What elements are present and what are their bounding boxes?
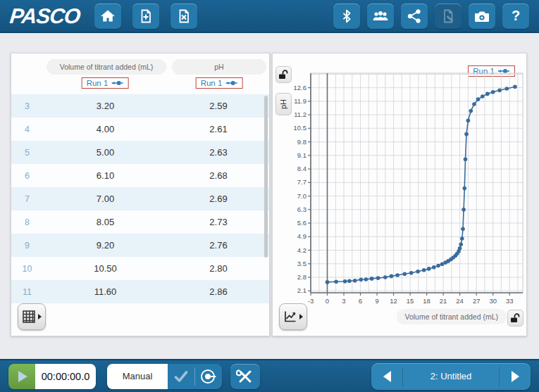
toolbar-right-group: ?: [326, 4, 529, 29]
keep-sample-button[interactable]: [195, 364, 222, 389]
record-group: 00:00:00.0: [8, 364, 96, 389]
table-row[interactable]: 88.052.73: [11, 210, 269, 234]
svg-text:4.9: 4.9: [297, 232, 306, 240]
sparkvue-app-window: PASCO: [0, 0, 539, 392]
close-file-button[interactable]: [171, 4, 197, 29]
journal-edit-button[interactable]: [435, 4, 461, 29]
table-scrollbar[interactable]: [264, 96, 268, 258]
svg-text:6: 6: [359, 297, 362, 305]
row-index: 3: [11, 101, 43, 111]
ph-cell: 2.59: [168, 101, 269, 111]
ph-cell: 2.63: [168, 147, 269, 158]
run-label: Run 1: [87, 79, 109, 87]
row-index: 4: [11, 125, 43, 134]
bluetooth-button[interactable]: [333, 4, 360, 29]
expand-triangle-icon: [38, 314, 42, 320]
timer-display: 00:00:00.0: [35, 364, 96, 389]
svg-text:24: 24: [456, 297, 464, 305]
svg-text:7.7: 7.7: [297, 178, 306, 186]
share-button[interactable]: [401, 4, 428, 29]
volume-cell: 10.50: [43, 263, 168, 274]
svg-text:9.8: 9.8: [297, 138, 306, 146]
column-header-ph[interactable]: pH: [172, 59, 266, 75]
ph-cell: 2.68: [168, 170, 269, 181]
row-index: 7: [11, 194, 43, 204]
svg-text:9.1: 9.1: [297, 151, 306, 159]
left-arrow-icon: [383, 371, 391, 382]
column-header-volume[interactable]: Volume of titrant added (mL): [47, 59, 166, 75]
x-axis-label-button[interactable]: Volume of titrant added (mL): [397, 309, 507, 324]
help-button[interactable]: ?: [502, 4, 529, 29]
volume-cell: 6.10: [43, 170, 168, 181]
svg-text:0: 0: [326, 297, 329, 305]
pasco-logo: PASCO: [8, 4, 96, 28]
accept-sample-button[interactable]: [168, 364, 194, 389]
ph-cell: 2.86: [168, 286, 269, 297]
experiment-tools-button[interactable]: [230, 364, 260, 389]
row-index: 6: [11, 171, 43, 181]
table-row[interactable]: 77.002.69: [11, 187, 269, 210]
chart-area[interactable]: -3036912151821242730332.12.83.54.24.95.6…: [287, 69, 525, 315]
svg-text:-3: -3: [308, 297, 314, 305]
play-icon: [18, 371, 27, 382]
x-axis-lock-button[interactable]: [507, 310, 523, 327]
svg-text:12.6: 12.6: [294, 84, 307, 91]
page-navigation: 2: Untitled: [371, 363, 531, 390]
new-file-button[interactable]: [132, 4, 159, 29]
svg-text:2.1: 2.1: [297, 286, 306, 294]
volume-cell: 4.00: [43, 124, 168, 134]
ph-cell: 2.80: [168, 263, 269, 274]
shared-session-button[interactable]: [367, 4, 394, 29]
svg-text:9: 9: [375, 297, 378, 305]
table-row[interactable]: 1111.602.86: [11, 280, 269, 303]
graph-tools-button[interactable]: [279, 303, 307, 330]
table-body: 33.202.5944.002.6155.002.6366.102.6877.0…: [11, 94, 269, 303]
ph-cell: 2.76: [168, 240, 269, 251]
volume-cell: 11.60: [43, 286, 168, 297]
svg-text:21: 21: [440, 297, 447, 305]
ph-cell: 2.69: [168, 194, 269, 204]
ph-cell: 2.73: [168, 217, 269, 227]
table-tools-button[interactable]: [18, 303, 46, 330]
data-table-panel: Volume of titrant added (mL) pH Run 1 Ru…: [11, 53, 270, 336]
table-row[interactable]: 33.202.59: [11, 94, 269, 118]
share-icon: [406, 8, 423, 25]
run-selector-volume[interactable]: Run 1: [82, 77, 129, 89]
svg-text:33: 33: [506, 297, 514, 305]
run-label: Run 1: [201, 79, 223, 87]
home-button[interactable]: [94, 4, 121, 29]
sampling-mode-button[interactable]: Manual: [107, 364, 168, 389]
table-row[interactable]: 44.002.61: [11, 118, 269, 141]
check-icon: [173, 368, 190, 385]
screenshot-button[interactable]: [469, 4, 495, 29]
table-row[interactable]: 66.102.68: [11, 164, 269, 187]
table-row[interactable]: 1010.502.80: [11, 257, 269, 280]
users-icon: [371, 7, 390, 25]
row-index: 5: [11, 148, 43, 158]
volume-cell: 7.00: [43, 194, 168, 204]
row-index: 9: [11, 241, 43, 251]
run-selector-ph[interactable]: Run 1: [196, 77, 243, 89]
next-page-button[interactable]: [500, 363, 531, 390]
table-row[interactable]: 55.002.63: [11, 141, 269, 164]
svg-text:30: 30: [489, 297, 497, 305]
series-marker-icon: [225, 80, 237, 86]
expand-triangle-icon: [299, 314, 303, 320]
start-button[interactable]: [8, 364, 35, 389]
table-row[interactable]: 99.202.76: [11, 234, 269, 257]
new-file-icon: [137, 8, 154, 25]
svg-text:2.8: 2.8: [297, 273, 306, 281]
svg-text:11.2: 11.2: [294, 110, 306, 118]
journal-edit-icon: [440, 8, 457, 25]
svg-text:5.6: 5.6: [297, 219, 306, 227]
svg-text:3: 3: [342, 297, 345, 305]
row-index: 8: [11, 217, 43, 227]
svg-text:11.9: 11.9: [294, 97, 306, 105]
bluetooth-icon: [339, 8, 354, 24]
right-arrow-icon: [512, 371, 519, 382]
svg-text:15: 15: [407, 297, 414, 305]
svg-text:10.5: 10.5: [294, 124, 307, 132]
ph-cell: 2.61: [168, 124, 269, 134]
previous-page-button[interactable]: [371, 363, 402, 390]
volume-cell: 3.20: [43, 101, 168, 111]
